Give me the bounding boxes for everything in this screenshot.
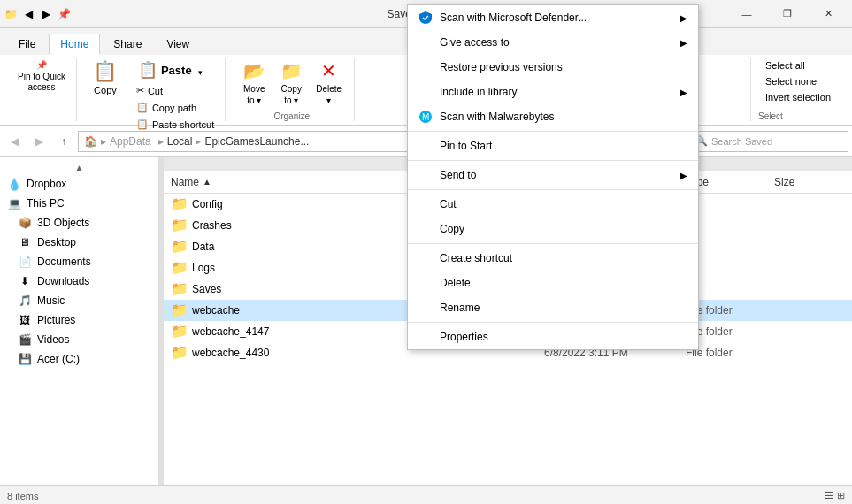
copy-ctx-icon bbox=[418, 222, 433, 236]
svg-text:M: M bbox=[422, 112, 429, 122]
ctx-sep-5 bbox=[408, 322, 698, 323]
context-menu: Scan with Microsoft Defender... ▶ Give a… bbox=[407, 4, 699, 350]
ctx-scan-defender[interactable]: Scan with Microsoft Defender... ▶ bbox=[408, 5, 698, 30]
send-to-icon bbox=[418, 168, 433, 182]
restore-icon bbox=[418, 60, 433, 74]
ctx-rename[interactable]: Rename bbox=[408, 295, 698, 320]
ctx-properties[interactable]: Properties bbox=[408, 325, 698, 349]
context-menu-overlay: Scan with Microsoft Defender... ▶ Give a… bbox=[0, 0, 852, 504]
ctx-create-shortcut[interactable]: Create shortcut bbox=[408, 246, 698, 271]
properties-icon bbox=[418, 330, 433, 344]
defender-icon bbox=[418, 11, 433, 25]
pin-start-icon bbox=[418, 139, 433, 153]
ctx-arrow-6: ▶ bbox=[680, 171, 687, 180]
ctx-arrow-1: ▶ bbox=[680, 38, 687, 48]
ctx-include-library[interactable]: Include in library ▶ bbox=[408, 80, 698, 104]
ctx-cut[interactable]: Cut bbox=[408, 192, 698, 217]
ctx-give-access[interactable]: Give access to ▶ bbox=[408, 30, 698, 55]
ctx-delete[interactable]: Delete bbox=[408, 271, 698, 295]
ctx-scan-malwarebytes[interactable]: M Scan with Malwarebytes bbox=[408, 104, 698, 129]
ctx-sep-4 bbox=[408, 243, 698, 244]
malwarebytes-icon: M bbox=[418, 110, 433, 124]
ctx-send-to[interactable]: Send to ▶ bbox=[408, 163, 698, 187]
ctx-pin-start[interactable]: Pin to Start bbox=[408, 134, 698, 158]
delete-ctx-icon bbox=[418, 276, 433, 290]
ctx-sep-2 bbox=[408, 160, 698, 161]
ctx-restore-versions[interactable]: Restore previous versions bbox=[408, 55, 698, 80]
rename-icon bbox=[418, 301, 433, 315]
ctx-sep-1 bbox=[408, 131, 698, 132]
ctx-sep-3 bbox=[408, 189, 698, 190]
ctx-arrow-3: ▶ bbox=[680, 88, 687, 97]
library-icon bbox=[418, 85, 433, 99]
access-icon bbox=[418, 35, 433, 50]
shortcut-icon bbox=[418, 251, 433, 265]
ctx-arrow-0: ▶ bbox=[680, 13, 687, 23]
ctx-copy[interactable]: Copy bbox=[408, 217, 698, 241]
cut-icon bbox=[418, 197, 433, 211]
